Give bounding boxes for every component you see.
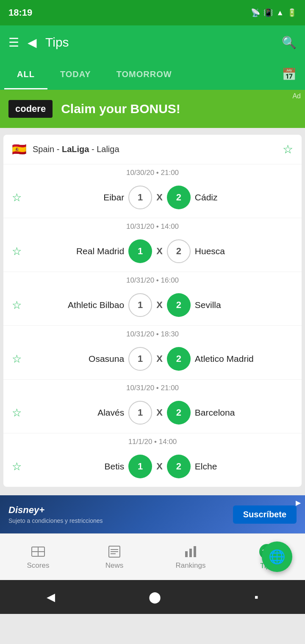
bet-1-0[interactable]: 1	[128, 186, 152, 209]
tab-today[interactable]: TODAY	[47, 59, 104, 89]
language-fab[interactable]: 🌐	[262, 541, 292, 572]
nav-rankings[interactable]: Rankings	[152, 534, 229, 580]
home-system-btn[interactable]: ⬤	[149, 591, 161, 604]
bet-x-3: X	[156, 353, 163, 364]
spain-flag: 🇪🇸	[12, 142, 27, 156]
match-date: 10/31/20 • 21:00	[3, 380, 302, 394]
codere-logo: codere	[8, 100, 53, 118]
time: 18:19	[8, 7, 32, 18]
bet-1-4[interactable]: 1	[128, 401, 152, 425]
rankings-label: Rankings	[176, 561, 206, 570]
back-icon[interactable]: ◀	[28, 36, 37, 50]
team-away-0: Cádiz	[195, 192, 293, 203]
search-icon[interactable]: 🔍	[282, 36, 297, 50]
match-star-2[interactable]: ☆	[12, 299, 22, 312]
team-home-4: Alavés	[26, 408, 124, 418]
ad-banner[interactable]: Ad codere Claim your BONUS!	[0, 90, 305, 128]
match-row: 10/30/20 • 21:00 ☆ Eibar 1 X 2 Cádiz	[3, 164, 302, 218]
scores-icon	[31, 544, 45, 559]
main-content: 🇪🇸 Spain - LaLiga - Laliga ☆ 10/30/20 • …	[0, 128, 305, 495]
bet-1-5[interactable]: 1	[128, 455, 152, 478]
bet-2-5[interactable]: 2	[167, 455, 191, 478]
nav-news[interactable]: News	[76, 534, 152, 580]
team-home-3: Osasuna	[26, 354, 124, 364]
team-home-5: Betis	[26, 461, 124, 472]
bet-2-0[interactable]: 2	[167, 186, 191, 209]
team-away-2: Sevilla	[195, 300, 293, 310]
wifi-icon: ▲	[276, 8, 284, 17]
team-away-3: Atletico Madrid	[195, 354, 293, 364]
disney-branding: Disney+ Sujeto a condiciones y restricci…	[8, 505, 103, 524]
match-details: ☆ Alavés 1 X 2 Barcelona	[3, 394, 302, 433]
app-bar: ☰ ◀ Tips 🔍	[0, 25, 305, 59]
team-home-1: Real Madrid	[26, 246, 124, 256]
ad-corner-icon: ▶	[296, 499, 301, 507]
svg-rect-7	[185, 551, 188, 557]
ad-image-bar[interactable]: Disney+ Sujeto a condiciones y restricci…	[0, 495, 305, 533]
battery-icon: 🔋	[287, 8, 297, 17]
bet-2-2[interactable]: 2	[167, 293, 191, 317]
ad-image-content: Disney+ Sujeto a condiciones y restricci…	[8, 505, 297, 524]
bet-1-1[interactable]: 1	[128, 239, 152, 263]
match-star-3[interactable]: ☆	[12, 353, 22, 366]
match-date: 11/1/20 • 14:00	[3, 433, 302, 448]
calendar-icon[interactable]: 📅	[277, 67, 301, 81]
match-card: 🇪🇸 Spain - LaLiga - Laliga ☆ 10/30/20 • …	[3, 135, 302, 487]
match-star-0[interactable]: ☆	[12, 191, 22, 204]
cast-icon: 📡	[251, 8, 260, 17]
match-row: 10/31/20 • 21:00 ☆ Alavés 1 X 2 Barcelon…	[3, 380, 302, 433]
match-details: ☆ Betis 1 X 2 Elche	[3, 448, 302, 487]
match-star-5[interactable]: ☆	[12, 460, 22, 473]
match-row: 11/1/20 • 14:00 ☆ Betis 1 X 2 Elche	[3, 433, 302, 487]
hamburger-icon[interactable]: ☰	[8, 36, 19, 50]
bottom-nav: Scores News Rankings 1×2 Tips	[0, 533, 305, 580]
bet-options-4: 1 X 2	[128, 401, 191, 425]
match-star-4[interactable]: ☆	[12, 406, 22, 419]
match-details: ☆ Osasuna 1 X 2 Atletico Madrid	[3, 340, 302, 379]
rankings-icon-wrapper	[183, 544, 198, 559]
bet-options-3: 1 X 2	[128, 347, 191, 371]
bet-options-1: 1 X 2	[128, 239, 191, 263]
tab-tomorrow[interactable]: TOMORROW	[104, 59, 185, 89]
ad-label: Ad	[292, 92, 301, 100]
bet-x-0: X	[156, 192, 163, 203]
league-favorite-star[interactable]: ☆	[283, 142, 293, 156]
team-away-5: Elche	[195, 461, 293, 472]
news-label: News	[105, 561, 124, 570]
bet-2-1[interactable]: 2	[167, 239, 191, 263]
nav-scores[interactable]: Scores	[0, 534, 76, 580]
recents-system-btn[interactable]: ▪	[254, 591, 258, 604]
status-bar: 18:19 📡 📳 ▲ 🔋	[0, 0, 305, 25]
match-star-1[interactable]: ☆	[12, 245, 22, 258]
team-home-0: Eibar	[26, 192, 124, 203]
match-details: ☆ Eibar 1 X 2 Cádiz	[3, 179, 302, 218]
app-bar-left: ☰ ◀ Tips	[8, 35, 69, 50]
tab-all[interactable]: ALL	[4, 59, 47, 89]
ad-subscribe-button[interactable]: Suscríbete	[233, 505, 297, 524]
bet-options-5: 1 X 2	[128, 455, 191, 478]
back-system-btn[interactable]: ◀	[47, 591, 55, 604]
ad-text: Claim your BONUS!	[61, 102, 180, 116]
team-home-2: Athletic Bilbao	[26, 300, 124, 310]
bet-x-5: X	[156, 461, 163, 472]
news-icon	[107, 544, 122, 559]
bet-2-4[interactable]: 2	[167, 401, 191, 425]
bet-1-3[interactable]: 1	[128, 347, 152, 371]
bet-x-4: X	[156, 407, 163, 418]
rankings-icon	[183, 544, 198, 559]
league-header: 🇪🇸 Spain - LaLiga - Laliga ☆	[3, 135, 302, 164]
disney-logo: Disney+	[8, 505, 44, 515]
match-date: 10/31/20 • 18:30	[3, 326, 302, 340]
match-details: ☆ Athletic Bilbao 1 X 2 Sevilla	[3, 286, 302, 325]
scores-icon-wrapper	[31, 544, 45, 559]
svg-rect-9	[194, 546, 196, 557]
league-info: 🇪🇸 Spain - LaLiga - Laliga	[12, 142, 119, 156]
bet-1-2[interactable]: 1	[128, 293, 152, 317]
bet-2-3[interactable]: 2	[167, 347, 191, 371]
match-row: 10/31/20 • 18:30 ☆ Osasuna 1 X 2 Atletic…	[3, 326, 302, 380]
match-row: 10/31/20 • 16:00 ☆ Athletic Bilbao 1 X 2…	[3, 272, 302, 326]
app-title: Tips	[45, 35, 69, 50]
svg-rect-8	[189, 549, 192, 557]
match-row: 10/31/20 • 14:00 ☆ Real Madrid 1 X 2 Hue…	[3, 218, 302, 272]
tabs-bar: ALL TODAY TOMORROW 📅	[0, 59, 305, 90]
